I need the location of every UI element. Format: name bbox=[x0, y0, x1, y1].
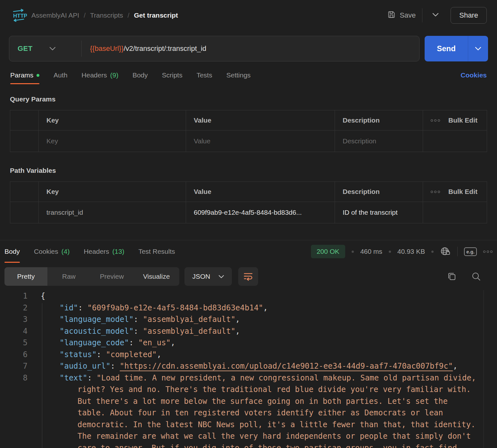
word-wrap-icon bbox=[243, 272, 253, 281]
breadcrumb-separator: / bbox=[127, 12, 129, 19]
response-view-bar: PrettyRawPreviewVisualize JSON bbox=[0, 267, 497, 286]
save-label: Save bbox=[400, 11, 416, 20]
description-column-header: Description bbox=[335, 182, 423, 202]
line-number: 3 bbox=[0, 314, 28, 325]
code-line: 2"id": "609f9ab9-e12e-4af5-8484-bd83d63e… bbox=[0, 302, 497, 314]
description-input[interactable]: Description bbox=[335, 131, 423, 152]
method-selector[interactable]: GET bbox=[9, 44, 81, 53]
send-button-group: Send bbox=[425, 36, 488, 61]
line-number: 5 bbox=[0, 337, 28, 349]
more-options-icon[interactable] bbox=[431, 191, 440, 193]
url-path: /v2/transcript/:transcript_id bbox=[124, 44, 206, 52]
tab-body[interactable]: Body bbox=[133, 71, 148, 84]
tab-label: Cookies bbox=[34, 248, 58, 255]
line-number: 8 bbox=[0, 372, 28, 448]
tab-label: Test Results bbox=[138, 248, 175, 255]
tab-label: Headers bbox=[82, 71, 107, 79]
query-params-title: Query Params bbox=[10, 95, 487, 103]
url-input[interactable]: {{baseUrl}}/v2/transcript/:transcript_id bbox=[82, 44, 206, 53]
tab-label: Settings bbox=[226, 71, 251, 79]
tab-label: Params bbox=[10, 71, 33, 79]
request-url-row: GET {{baseUrl}}/v2/transcript/:transcrip… bbox=[0, 36, 497, 61]
save-options-chevron-icon[interactable] bbox=[429, 11, 442, 20]
response-tab-body[interactable]: Body bbox=[4, 240, 20, 263]
view-mode-visualize[interactable]: Visualize bbox=[134, 267, 180, 286]
line-number: 4 bbox=[0, 325, 28, 337]
response-tab-test-results[interactable]: Test Results bbox=[138, 240, 175, 263]
request-title-bar: HTTP AssemblyAI API / Transcripts / Get … bbox=[0, 0, 497, 31]
description-column-header: Description bbox=[335, 110, 423, 130]
tab-headers[interactable]: Headers(9) bbox=[82, 71, 118, 84]
breadcrumb-separator: / bbox=[84, 12, 86, 19]
save-icon bbox=[387, 10, 396, 21]
view-mode-preview[interactable]: Preview bbox=[90, 267, 134, 286]
path-variable-value[interactable]: 609f9ab9-e12e-4af5-8484-bd83d6... bbox=[186, 202, 335, 223]
key-input[interactable]: Key bbox=[39, 131, 186, 152]
breadcrumb-request-name[interactable]: Get transcript bbox=[134, 12, 178, 19]
example-icon[interactable]: e.g. bbox=[464, 247, 477, 256]
code-line: 7"audio_url": "https://cdn.assemblyai.co… bbox=[0, 360, 497, 372]
code-line: 3"language_model": "assemblyai_default", bbox=[0, 314, 497, 325]
send-options-chevron-icon[interactable] bbox=[468, 36, 488, 61]
code-line: 6"status": "completed", bbox=[0, 349, 497, 361]
url-variable: {{baseUrl}} bbox=[90, 44, 124, 52]
path-variable-key[interactable]: transcript_id bbox=[39, 202, 186, 223]
format-chevron-icon bbox=[218, 275, 224, 278]
status-badge[interactable]: 200 OK bbox=[311, 245, 345, 258]
tab-settings[interactable]: Settings bbox=[226, 71, 251, 84]
code-line: 1{ bbox=[0, 290, 497, 302]
copy-icon bbox=[447, 272, 457, 281]
search-response-button[interactable] bbox=[471, 272, 481, 281]
tab-label: Tests bbox=[197, 71, 212, 79]
bulk-edit-button[interactable]: Bulk Edit bbox=[448, 116, 477, 124]
breadcrumb-collection[interactable]: AssemblyAI API bbox=[31, 12, 79, 19]
response-pane: BodyCookies(4)Headers(13)Test Results 20… bbox=[0, 240, 497, 448]
save-button[interactable]: Save bbox=[387, 10, 416, 21]
tab-label: Scripts bbox=[162, 71, 183, 79]
tab-count: (4) bbox=[61, 248, 70, 255]
select-column-header bbox=[10, 182, 39, 202]
path-variable-description[interactable]: ID of the transcript bbox=[335, 202, 423, 223]
audio-url-link[interactable]: "https://cdn.assemblyai.com/upload/c14e9… bbox=[120, 362, 453, 371]
response-tab-cookies[interactable]: Cookies(4) bbox=[34, 240, 70, 263]
search-icon bbox=[471, 272, 481, 281]
url-box: GET {{baseUrl}}/v2/transcript/:transcrip… bbox=[9, 36, 420, 61]
tab-auth[interactable]: Auth bbox=[53, 71, 67, 84]
copy-response-button[interactable] bbox=[447, 272, 457, 281]
line-number: 6 bbox=[0, 349, 28, 361]
breadcrumb-folder[interactable]: Transcripts bbox=[90, 12, 123, 19]
response-meta: 200 OK 460 ms 40.93 KB e.g. bbox=[311, 245, 493, 258]
divider bbox=[422, 8, 422, 22]
query-params-table: Key Value Description Bulk Edit Key Valu… bbox=[10, 110, 487, 152]
more-options-icon[interactable] bbox=[431, 119, 440, 122]
wrap-text-button[interactable] bbox=[238, 267, 258, 286]
code-line: 8"text": "Load time. A new president, a … bbox=[0, 372, 497, 448]
key-column-header: Key bbox=[39, 110, 186, 130]
tab-tests[interactable]: Tests bbox=[197, 71, 212, 84]
response-more-options-icon[interactable] bbox=[483, 251, 493, 253]
line-number: 2 bbox=[0, 302, 28, 314]
response-tab-headers[interactable]: Headers(13) bbox=[84, 240, 124, 263]
response-size[interactable]: 40.93 KB bbox=[397, 248, 425, 255]
view-mode-pretty[interactable]: Pretty bbox=[4, 267, 47, 286]
share-button[interactable]: Share bbox=[451, 7, 487, 24]
value-column-header: Value bbox=[186, 182, 335, 202]
format-selector[interactable]: JSON bbox=[184, 267, 232, 286]
format-label: JSON bbox=[192, 273, 210, 280]
code-line: 5"language_code": "en_us", bbox=[0, 337, 497, 349]
send-button[interactable]: Send bbox=[425, 36, 468, 61]
bulk-edit-button[interactable]: Bulk Edit bbox=[448, 188, 477, 196]
path-variables-title: Path Variables bbox=[10, 167, 487, 174]
response-body-code[interactable]: 1{2"id": "609f9ab9-e12e-4af5-8484-bd83d6… bbox=[0, 290, 497, 448]
view-mode-raw[interactable]: Raw bbox=[47, 267, 90, 286]
network-info-icon[interactable] bbox=[440, 246, 451, 257]
cookies-link[interactable]: Cookies bbox=[460, 71, 487, 84]
tab-count: (9) bbox=[110, 71, 118, 79]
tab-params[interactable]: Params bbox=[10, 71, 39, 84]
unsaved-changes-dot bbox=[37, 74, 39, 77]
response-time[interactable]: 460 ms bbox=[360, 248, 382, 255]
bulk-edit-cell: Bulk Edit bbox=[423, 182, 487, 202]
tab-scripts[interactable]: Scripts bbox=[162, 71, 183, 84]
tab-count: (13) bbox=[112, 248, 124, 255]
value-input[interactable]: Value bbox=[186, 131, 335, 152]
